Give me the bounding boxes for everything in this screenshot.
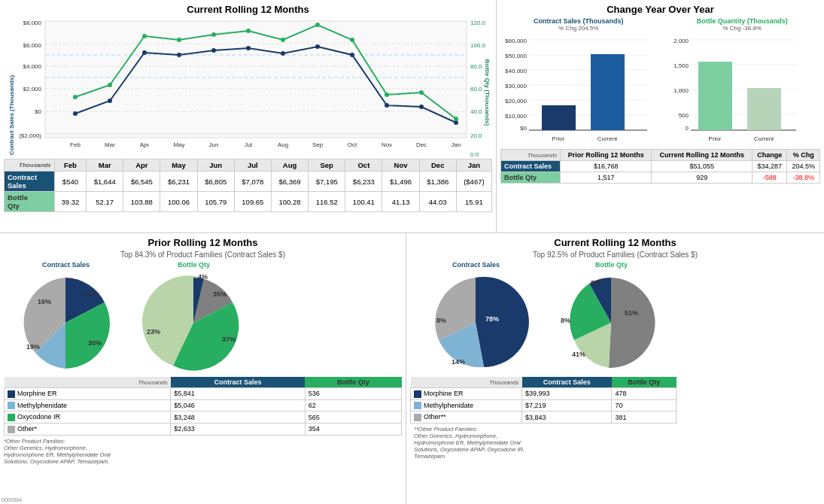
svg-point-47 — [73, 95, 78, 99]
svg-rect-88 — [747, 88, 781, 130]
svg-text:Current: Current — [753, 135, 774, 142]
svg-text:$0: $0 — [520, 125, 527, 132]
svg-text:30%: 30% — [88, 339, 102, 347]
current-bottle-pie: Bottle Qty 51% 41% 8% — [546, 261, 677, 375]
svg-point-53 — [281, 38, 285, 42]
top-left-title: Current Rolling 12 Months — [4, 4, 492, 15]
contract-bar-svg: $60,000 $50,000 $40,000 $30,000 $20,000 … — [500, 34, 651, 143]
contract-bar-title: Contract Sales (Thousands) — [500, 17, 657, 25]
svg-text:$2,000: $2,000 — [23, 86, 42, 93]
svg-text:0.0: 0.0 — [470, 151, 479, 158]
current-legend-methylphenidate: Methylphenidate $7,219 70 — [411, 399, 677, 411]
svg-text:$50,000: $50,000 — [505, 53, 527, 59]
prior-rolling-title: Prior Rolling 12 Months — [4, 237, 402, 248]
svg-text:8%: 8% — [561, 317, 570, 324]
svg-point-57 — [419, 90, 424, 95]
prior-bottle-pie-svg: 35% 37% 23% 4% — [132, 270, 256, 375]
svg-text:Prior: Prior — [708, 135, 721, 142]
svg-text:20.0: 20.0 — [470, 132, 482, 139]
svg-text:$60,000: $60,000 — [505, 38, 527, 44]
prior-contract-pie-svg: 35% 30% 19% 16% — [4, 270, 128, 375]
svg-text:51%: 51% — [625, 309, 638, 317]
svg-text:$8,000: $8,000 — [23, 20, 42, 26]
svg-text:Aug: Aug — [278, 141, 288, 148]
current-bottle-pie-svg: 51% 41% 8% 8% — [546, 270, 677, 375]
svg-text:($2,000): ($2,000) — [19, 132, 41, 139]
contract-bar-subtitle: % Chg 204.5% — [500, 25, 657, 32]
contract-sales-label: ContractSales — [5, 172, 55, 192]
svg-text:19%: 19% — [26, 343, 40, 351]
bottle-bar-subtitle: % Chg -38.8% — [664, 25, 821, 32]
svg-text:Prior: Prior — [552, 135, 565, 142]
top-section: Current Rolling 12 Months — [0, 0, 824, 233]
summary-table: Thousands Prior Rolling 12 Months Curren… — [500, 149, 820, 184]
svg-text:$10,000: $10,000 — [505, 113, 527, 120]
cyoy-title: Change Year Over Year — [500, 4, 820, 15]
svg-text:Mar: Mar — [105, 141, 115, 148]
svg-point-49 — [142, 34, 147, 38]
svg-point-42 — [315, 44, 320, 49]
right-panel: Change Year Over Year Contract Sales (Th… — [497, 0, 824, 232]
svg-text:60.0: 60.0 — [470, 86, 482, 93]
svg-text:14%: 14% — [452, 358, 465, 366]
svg-text:16%: 16% — [38, 298, 51, 305]
bottle-qty-label: BottleQty — [5, 192, 55, 212]
prior-bottle-label: Bottle Qty — [178, 261, 210, 269]
svg-text:$0: $0 — [35, 108, 41, 115]
prior-footnote: *Other Product Families: Other Generics,… — [4, 438, 402, 465]
svg-point-52 — [246, 29, 251, 33]
svg-text:8%: 8% — [591, 279, 601, 287]
prior-pie-section: Contract Sales 35% 30% — [4, 261, 402, 375]
svg-text:0: 0 — [685, 125, 689, 132]
svg-point-44 — [385, 103, 389, 108]
svg-text:May: May — [173, 141, 184, 148]
bar-charts-container: Contract Sales (Thousands) % Chg 204.5% … — [500, 17, 820, 145]
svg-text:78%: 78% — [485, 315, 499, 323]
svg-text:100.0: 100.0 — [470, 42, 486, 49]
svg-text:Sep: Sep — [312, 141, 324, 148]
left-panel: Current Rolling 12 Months — [0, 0, 497, 232]
svg-text:Current: Current — [597, 135, 618, 142]
svg-text:500: 500 — [678, 112, 689, 119]
main-container: Current Rolling 12 Months — [0, 0, 824, 504]
svg-point-36 — [108, 99, 112, 103]
svg-point-50 — [177, 38, 181, 42]
svg-text:$4,000: $4,000 — [23, 63, 42, 70]
svg-text:Bottle Qty (Thousands): Bottle Qty (Thousands) — [484, 59, 491, 126]
svg-point-39 — [211, 48, 216, 53]
prior-contract-label: Contract Sales — [42, 261, 90, 269]
svg-text:Jul: Jul — [245, 141, 252, 148]
bottle-bar-svg: 2,000 1,500 1,000 500 0 — [664, 34, 800, 143]
svg-point-48 — [108, 83, 112, 87]
contract-bar-section: Contract Sales (Thousands) % Chg 204.5% … — [500, 17, 657, 145]
svg-point-41 — [281, 51, 285, 56]
bottle-bar-section: Bottle Quantity (Thousands) % Chg -38.8%… — [664, 17, 821, 145]
svg-text:$30,000: $30,000 — [505, 83, 527, 90]
legend-oxycodone: Oxycodone IR $3,248 565 — [5, 411, 402, 424]
svg-point-51 — [211, 32, 216, 37]
svg-text:1,000: 1,000 — [673, 87, 689, 94]
current-contract-pie: Contract Sales 78% 14% 8% — [410, 261, 542, 375]
legend-methylphenidate: Methylphenidate $5,046 62 — [5, 399, 402, 411]
svg-point-35 — [73, 111, 78, 116]
bottle-bar-title: Bottle Quantity (Thousands) — [664, 17, 821, 25]
svg-text:1,500: 1,500 — [673, 62, 689, 69]
svg-text:40.0: 40.0 — [470, 108, 482, 115]
svg-text:4%: 4% — [198, 273, 208, 281]
svg-point-58 — [454, 117, 458, 121]
svg-point-55 — [350, 38, 354, 42]
line-chart-table: Thousands Feb Mar Apr May Jun Jul Aug Se… — [4, 159, 492, 212]
svg-text:120.0: 120.0 — [470, 20, 486, 26]
table-thousands-label: Thousands — [5, 159, 55, 172]
prior-contract-pie: Contract Sales 35% 30% — [4, 261, 128, 375]
current-legend-other: Other** $3,843 381 — [411, 411, 677, 424]
svg-point-38 — [177, 53, 181, 57]
svg-text:Nov: Nov — [382, 141, 392, 148]
svg-text:Apr: Apr — [140, 141, 150, 148]
svg-text:Jan: Jan — [452, 141, 461, 148]
svg-text:$6,000: $6,000 — [23, 42, 42, 49]
svg-text:80.0: 80.0 — [470, 63, 482, 70]
bottom-section: Prior Rolling 12 Months Top 84.3% of Pro… — [0, 233, 824, 504]
svg-text:37%: 37% — [222, 335, 236, 343]
legend-other: Other* $2,633 354 — [5, 423, 402, 435]
